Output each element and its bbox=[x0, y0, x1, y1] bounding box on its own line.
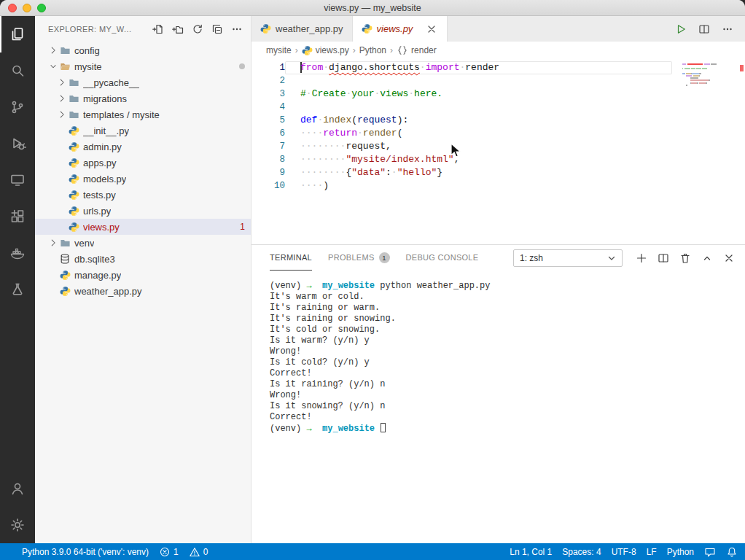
activity-item-docker[interactable] bbox=[0, 235, 35, 271]
new-file-button[interactable] bbox=[152, 23, 165, 36]
new-folder-button[interactable] bbox=[171, 23, 184, 36]
breadcrumb-label: mysite bbox=[266, 45, 292, 55]
status-feedback[interactable] bbox=[704, 546, 716, 558]
tree-item-weather-app-py[interactable]: weather_app.py bbox=[35, 283, 251, 299]
more-editor-actions-button[interactable] bbox=[722, 23, 733, 35]
zoom-window-button[interactable] bbox=[37, 4, 46, 12]
minimap-line bbox=[682, 68, 735, 69]
status-python-interpreter[interactable]: Python 3.9.0 64-bit ('venv': venv) bbox=[22, 547, 149, 557]
split-editor-button[interactable] bbox=[698, 23, 710, 35]
titlebar[interactable]: views.py — my_website bbox=[0, 0, 745, 16]
status-cursor-position[interactable]: Ln 1, Col 1 bbox=[510, 547, 552, 557]
tree-item-admin-py[interactable]: admin.py bbox=[35, 139, 251, 155]
error-icon bbox=[159, 546, 171, 558]
collapse-folders-button[interactable] bbox=[211, 23, 224, 36]
status-encoding[interactable]: UTF-8 bbox=[612, 547, 636, 557]
terminal-line: Is it raining? (y/n) n bbox=[270, 379, 745, 390]
chevron-right-icon[interactable] bbox=[57, 109, 67, 120]
tree-item-db-sqlite3[interactable]: db.sqlite3 bbox=[35, 251, 251, 267]
panel-tab-problems[interactable]: PROBLEMS1 bbox=[328, 245, 390, 271]
tree-item-pycache[interactable]: __pycache__ bbox=[35, 74, 251, 90]
code-token: render bbox=[465, 62, 499, 73]
activity-item-testing[interactable] bbox=[0, 271, 35, 308]
tree-item-models-py[interactable]: models.py bbox=[35, 171, 251, 187]
terminal-line: (venv) → my_website bbox=[270, 423, 745, 435]
terminal-text bbox=[312, 424, 322, 434]
status-eol-sequence[interactable]: LF bbox=[647, 547, 657, 557]
breadcrumb-item-views-py[interactable]: views.py bbox=[302, 45, 349, 56]
activity-item-run-and-debug[interactable] bbox=[0, 125, 35, 162]
chevron-down-icon[interactable] bbox=[48, 61, 58, 72]
breadcrumb-item-python[interactable]: Python bbox=[359, 45, 386, 55]
refresh-explorer-button[interactable] bbox=[191, 23, 204, 36]
tree-item-migrations[interactable]: migrations bbox=[35, 90, 251, 106]
code-line: 5def·index(request): bbox=[251, 114, 745, 127]
terminal-shell-select[interactable]: 1: zsh bbox=[513, 249, 623, 267]
more-actions-button[interactable] bbox=[230, 23, 243, 36]
close-icon bbox=[723, 252, 735, 264]
minimap[interactable] bbox=[682, 63, 735, 87]
tree-item-init-py[interactable]: __init__.py bbox=[35, 122, 251, 139]
run-python-file-button[interactable] bbox=[675, 23, 687, 35]
split-terminal-button[interactable] bbox=[658, 252, 669, 264]
panel-tab-terminal[interactable]: TERMINAL bbox=[270, 245, 312, 271]
status-notifications[interactable] bbox=[726, 546, 738, 558]
code-line: 9········{"data":·"hello"} bbox=[251, 166, 745, 179]
tree-item-urls-py[interactable]: urls.py bbox=[35, 203, 251, 219]
chevron-right-icon[interactable] bbox=[48, 44, 58, 56]
search-icon bbox=[9, 62, 26, 79]
code-token: ( bbox=[351, 114, 357, 125]
tab-views-py[interactable]: views.py bbox=[353, 16, 448, 42]
tree-item-config[interactable]: config bbox=[35, 42, 251, 58]
panel-tab-debug-console[interactable]: DEBUG CONSOLE bbox=[406, 245, 479, 271]
line-number: 9 bbox=[251, 166, 285, 179]
panel-actions bbox=[636, 252, 735, 264]
status-indentation[interactable]: Spaces: 4 bbox=[562, 547, 601, 557]
activity-item-source-control[interactable] bbox=[0, 89, 35, 125]
status-error-count[interactable]: 1 bbox=[159, 546, 179, 558]
tree-item-manage-py[interactable]: manage.py bbox=[35, 267, 251, 283]
terminal-output[interactable]: (venv) → my_website python weather_app.p… bbox=[251, 271, 745, 543]
terminal-shell-value: 1: zsh bbox=[520, 253, 543, 263]
new-terminal-button[interactable] bbox=[636, 252, 647, 264]
maximize-panel-button[interactable] bbox=[701, 252, 713, 264]
activity-item-manage[interactable] bbox=[0, 507, 35, 543]
close-icon[interactable] bbox=[426, 23, 437, 35]
activity-item-accounts[interactable] bbox=[0, 470, 35, 507]
chevron-right-icon[interactable] bbox=[48, 237, 58, 249]
tree-item-mysite[interactable]: mysite bbox=[35, 58, 251, 74]
chevron-right-icon[interactable] bbox=[57, 93, 67, 104]
kill-terminal-button[interactable] bbox=[679, 252, 691, 264]
editor-code-area[interactable]: 1from·django.shortcuts·import·render23#·… bbox=[251, 59, 745, 244]
code-line-content bbox=[285, 74, 672, 88]
minimize-window-button[interactable] bbox=[23, 4, 31, 12]
status-language-mode[interactable]: Python bbox=[667, 547, 694, 557]
tree-item-tests-py[interactable]: tests.py bbox=[35, 187, 251, 203]
status-label: Spaces: 4 bbox=[562, 547, 601, 557]
chevron-right-icon[interactable] bbox=[57, 77, 67, 88]
minimap-token bbox=[693, 75, 699, 77]
status-warning-count[interactable]: 0 bbox=[189, 546, 208, 558]
activity-item-remote-explorer[interactable] bbox=[0, 162, 35, 198]
activity-item-extensions[interactable] bbox=[0, 198, 35, 235]
tree-item-venv[interactable]: venv bbox=[35, 235, 251, 251]
code-token: } bbox=[437, 167, 442, 178]
breadcrumb-item-mysite[interactable]: mysite bbox=[266, 45, 292, 55]
breadcrumb-item-render[interactable]: render bbox=[397, 44, 437, 56]
status-label: Python 3.9.0 64-bit ('venv': venv) bbox=[22, 547, 149, 557]
activity-item-search[interactable] bbox=[0, 52, 35, 89]
code-token: "mysite/index.html" bbox=[346, 154, 453, 165]
tree-item-views-py[interactable]: views.py1 bbox=[35, 219, 251, 235]
line-number: 10 bbox=[251, 179, 285, 192]
terminal-text: my_website bbox=[322, 281, 375, 291]
activity-item-explorer[interactable] bbox=[0, 16, 35, 52]
tree-item-apps-py[interactable]: apps.py bbox=[35, 155, 251, 171]
tab-weather-app-py[interactable]: weather_app.py bbox=[251, 16, 353, 42]
minimap-line bbox=[682, 66, 735, 67]
chevron-down-icon bbox=[606, 252, 617, 264]
close-panel-button[interactable] bbox=[723, 252, 735, 264]
tree-item-templates-mysite[interactable]: templates / mysite bbox=[35, 106, 251, 122]
tree-item-label: migrations bbox=[83, 93, 127, 104]
close-window-button[interactable] bbox=[8, 4, 17, 12]
code-line-content: ····) bbox=[285, 179, 672, 192]
